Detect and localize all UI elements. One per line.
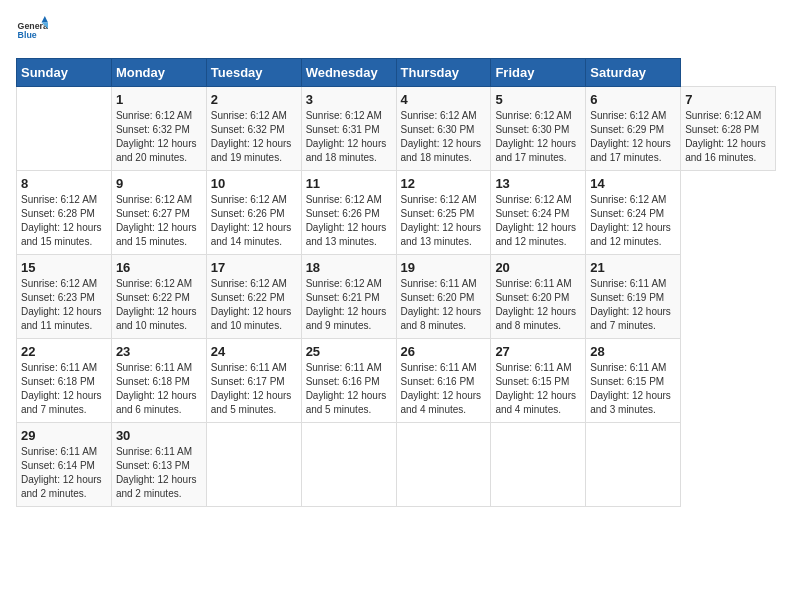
- day-number: 7: [685, 92, 771, 107]
- day-number: 26: [401, 344, 487, 359]
- day-number: 29: [21, 428, 107, 443]
- calendar-cell: 26Sunrise: 6:11 AMSunset: 6:16 PMDayligh…: [396, 339, 491, 423]
- cell-content: Sunrise: 6:12 AMSunset: 6:30 PMDaylight:…: [401, 110, 482, 163]
- cell-content: Sunrise: 6:11 AMSunset: 6:18 PMDaylight:…: [116, 362, 197, 415]
- day-number: 16: [116, 260, 202, 275]
- calendar-cell: 4Sunrise: 6:12 AMSunset: 6:30 PMDaylight…: [396, 87, 491, 171]
- cell-content: Sunrise: 6:11 AMSunset: 6:16 PMDaylight:…: [306, 362, 387, 415]
- day-number: 8: [21, 176, 107, 191]
- calendar-cell: 14Sunrise: 6:12 AMSunset: 6:24 PMDayligh…: [586, 171, 681, 255]
- cell-content: Sunrise: 6:12 AMSunset: 6:31 PMDaylight:…: [306, 110, 387, 163]
- cell-content: Sunrise: 6:11 AMSunset: 6:16 PMDaylight:…: [401, 362, 482, 415]
- week-row: 29Sunrise: 6:11 AMSunset: 6:14 PMDayligh…: [17, 423, 776, 507]
- cell-content: Sunrise: 6:12 AMSunset: 6:21 PMDaylight:…: [306, 278, 387, 331]
- cell-content: Sunrise: 6:12 AMSunset: 6:28 PMDaylight:…: [21, 194, 102, 247]
- week-row: 8Sunrise: 6:12 AMSunset: 6:28 PMDaylight…: [17, 171, 776, 255]
- day-number: 3: [306, 92, 392, 107]
- calendar-cell: 10Sunrise: 6:12 AMSunset: 6:26 PMDayligh…: [206, 171, 301, 255]
- calendar-cell: 18Sunrise: 6:12 AMSunset: 6:21 PMDayligh…: [301, 255, 396, 339]
- cell-content: Sunrise: 6:11 AMSunset: 6:15 PMDaylight:…: [495, 362, 576, 415]
- calendar-cell: 7Sunrise: 6:12 AMSunset: 6:28 PMDaylight…: [681, 87, 776, 171]
- calendar-cell: [586, 423, 681, 507]
- cell-content: Sunrise: 6:11 AMSunset: 6:14 PMDaylight:…: [21, 446, 102, 499]
- cell-content: Sunrise: 6:12 AMSunset: 6:23 PMDaylight:…: [21, 278, 102, 331]
- day-number: 10: [211, 176, 297, 191]
- week-row: 22Sunrise: 6:11 AMSunset: 6:18 PMDayligh…: [17, 339, 776, 423]
- cell-content: Sunrise: 6:12 AMSunset: 6:28 PMDaylight:…: [685, 110, 766, 163]
- cell-content: Sunrise: 6:12 AMSunset: 6:24 PMDaylight:…: [590, 194, 671, 247]
- day-number: 6: [590, 92, 676, 107]
- calendar-cell: 12Sunrise: 6:12 AMSunset: 6:25 PMDayligh…: [396, 171, 491, 255]
- header-row: SundayMondayTuesdayWednesdayThursdayFrid…: [17, 59, 776, 87]
- day-header: Tuesday: [206, 59, 301, 87]
- day-number: 9: [116, 176, 202, 191]
- day-number: 24: [211, 344, 297, 359]
- cell-content: Sunrise: 6:11 AMSunset: 6:18 PMDaylight:…: [21, 362, 102, 415]
- day-number: 4: [401, 92, 487, 107]
- day-number: 30: [116, 428, 202, 443]
- calendar-table: SundayMondayTuesdayWednesdayThursdayFrid…: [16, 58, 776, 507]
- cell-content: Sunrise: 6:12 AMSunset: 6:22 PMDaylight:…: [116, 278, 197, 331]
- day-number: 15: [21, 260, 107, 275]
- calendar-cell: 27Sunrise: 6:11 AMSunset: 6:15 PMDayligh…: [491, 339, 586, 423]
- calendar-cell: 15Sunrise: 6:12 AMSunset: 6:23 PMDayligh…: [17, 255, 112, 339]
- day-header: Sunday: [17, 59, 112, 87]
- calendar-cell: 1Sunrise: 6:12 AMSunset: 6:32 PMDaylight…: [111, 87, 206, 171]
- calendar-cell: 9Sunrise: 6:12 AMSunset: 6:27 PMDaylight…: [111, 171, 206, 255]
- cell-content: Sunrise: 6:11 AMSunset: 6:15 PMDaylight:…: [590, 362, 671, 415]
- cell-content: Sunrise: 6:12 AMSunset: 6:32 PMDaylight:…: [116, 110, 197, 163]
- day-header: Thursday: [396, 59, 491, 87]
- cell-content: Sunrise: 6:12 AMSunset: 6:26 PMDaylight:…: [306, 194, 387, 247]
- cell-content: Sunrise: 6:11 AMSunset: 6:19 PMDaylight:…: [590, 278, 671, 331]
- calendar-cell: 6Sunrise: 6:12 AMSunset: 6:29 PMDaylight…: [586, 87, 681, 171]
- svg-text:Blue: Blue: [18, 30, 37, 40]
- cell-content: Sunrise: 6:12 AMSunset: 6:24 PMDaylight:…: [495, 194, 576, 247]
- day-number: 23: [116, 344, 202, 359]
- calendar-cell: 11Sunrise: 6:12 AMSunset: 6:26 PMDayligh…: [301, 171, 396, 255]
- cell-content: Sunrise: 6:12 AMSunset: 6:29 PMDaylight:…: [590, 110, 671, 163]
- calendar-cell: 20Sunrise: 6:11 AMSunset: 6:20 PMDayligh…: [491, 255, 586, 339]
- cell-content: Sunrise: 6:11 AMSunset: 6:13 PMDaylight:…: [116, 446, 197, 499]
- calendar-cell: [491, 423, 586, 507]
- calendar-cell: 13Sunrise: 6:12 AMSunset: 6:24 PMDayligh…: [491, 171, 586, 255]
- calendar-cell: 3Sunrise: 6:12 AMSunset: 6:31 PMDaylight…: [301, 87, 396, 171]
- calendar-cell: 2Sunrise: 6:12 AMSunset: 6:32 PMDaylight…: [206, 87, 301, 171]
- calendar-cell: 19Sunrise: 6:11 AMSunset: 6:20 PMDayligh…: [396, 255, 491, 339]
- day-number: 1: [116, 92, 202, 107]
- cell-content: Sunrise: 6:12 AMSunset: 6:32 PMDaylight:…: [211, 110, 292, 163]
- calendar-cell: [396, 423, 491, 507]
- day-number: 19: [401, 260, 487, 275]
- day-number: 5: [495, 92, 581, 107]
- logo-icon: General Blue: [16, 16, 48, 48]
- day-number: 2: [211, 92, 297, 107]
- day-number: 21: [590, 260, 676, 275]
- day-number: 28: [590, 344, 676, 359]
- empty-cell: [17, 87, 112, 171]
- cell-content: Sunrise: 6:11 AMSunset: 6:17 PMDaylight:…: [211, 362, 292, 415]
- day-number: 12: [401, 176, 487, 191]
- cell-content: Sunrise: 6:11 AMSunset: 6:20 PMDaylight:…: [495, 278, 576, 331]
- cell-content: Sunrise: 6:11 AMSunset: 6:20 PMDaylight:…: [401, 278, 482, 331]
- day-number: 27: [495, 344, 581, 359]
- day-number: 22: [21, 344, 107, 359]
- cell-content: Sunrise: 6:12 AMSunset: 6:26 PMDaylight:…: [211, 194, 292, 247]
- calendar-cell: 28Sunrise: 6:11 AMSunset: 6:15 PMDayligh…: [586, 339, 681, 423]
- day-number: 11: [306, 176, 392, 191]
- day-number: 18: [306, 260, 392, 275]
- day-header: Saturday: [586, 59, 681, 87]
- day-number: 14: [590, 176, 676, 191]
- calendar-cell: 16Sunrise: 6:12 AMSunset: 6:22 PMDayligh…: [111, 255, 206, 339]
- calendar-cell: 21Sunrise: 6:11 AMSunset: 6:19 PMDayligh…: [586, 255, 681, 339]
- calendar-cell: 5Sunrise: 6:12 AMSunset: 6:30 PMDaylight…: [491, 87, 586, 171]
- day-header: Friday: [491, 59, 586, 87]
- cell-content: Sunrise: 6:12 AMSunset: 6:27 PMDaylight:…: [116, 194, 197, 247]
- week-row: 1Sunrise: 6:12 AMSunset: 6:32 PMDaylight…: [17, 87, 776, 171]
- calendar-cell: 22Sunrise: 6:11 AMSunset: 6:18 PMDayligh…: [17, 339, 112, 423]
- day-header: Monday: [111, 59, 206, 87]
- cell-content: Sunrise: 6:12 AMSunset: 6:25 PMDaylight:…: [401, 194, 482, 247]
- week-row: 15Sunrise: 6:12 AMSunset: 6:23 PMDayligh…: [17, 255, 776, 339]
- calendar-cell: 24Sunrise: 6:11 AMSunset: 6:17 PMDayligh…: [206, 339, 301, 423]
- calendar-cell: 29Sunrise: 6:11 AMSunset: 6:14 PMDayligh…: [17, 423, 112, 507]
- calendar-cell: [301, 423, 396, 507]
- day-number: 17: [211, 260, 297, 275]
